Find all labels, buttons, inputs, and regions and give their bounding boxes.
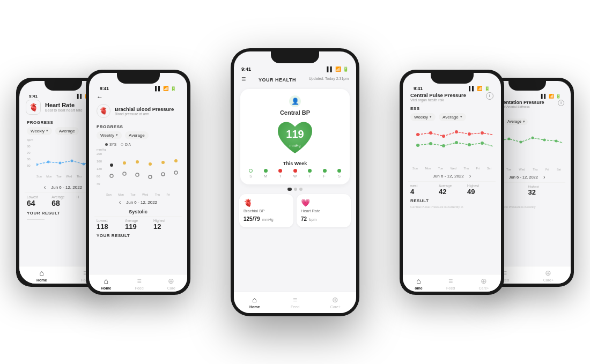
stat-average-left2: Average 68 <box>51 195 74 207</box>
date-range-right2: Jun 6 - 12, 2022 <box>509 175 538 180</box>
date-nav-left1: ‹ Jun 6 - 12, 2022 <box>94 197 182 207</box>
svg-point-18 <box>161 173 165 176</box>
stat-lowest-right1: west 4 <box>410 184 437 196</box>
menu-icon-center[interactable]: ≡ <box>241 75 246 83</box>
svg-point-14 <box>110 174 113 177</box>
svg-point-36 <box>508 137 511 140</box>
nav-home-right1[interactable]: ⌂ ome <box>415 277 422 290</box>
nav-feed-center[interactable]: ≡ Feed <box>291 295 299 309</box>
progress-label-right1: ESS <box>410 106 493 111</box>
stat-highest-left1: Highest 12 <box>153 219 180 231</box>
stat-average-left1: Average 119 <box>125 219 151 231</box>
svg-point-22 <box>429 131 432 135</box>
svg-point-32 <box>468 143 471 146</box>
nav-care-left1[interactable]: ⊕ Care <box>167 277 175 290</box>
svg-point-4 <box>83 162 85 165</box>
date-range-left2: Jun 6 - 12, 2022 <box>51 185 82 190</box>
svg-point-11 <box>161 161 165 164</box>
svg-point-17 <box>149 175 152 179</box>
prev-date-left1[interactable]: ‹ <box>119 199 121 205</box>
weekly-filter-right1[interactable]: Weekly ▾ <box>410 113 436 121</box>
status-time-left1: 9:41 <box>100 86 109 91</box>
bottom-nav-center: ⌂ Home ≡ Feed ⊕ Care+ <box>234 292 356 313</box>
next-date-right1[interactable]: › <box>469 173 471 179</box>
result-label-left1: YOUR RESULT <box>97 233 180 238</box>
svg-point-29 <box>429 142 432 145</box>
svg-point-37 <box>520 140 522 143</box>
heart-rate-subtitle: Beat to beat heart rate <box>45 108 83 112</box>
phone-central-pulse: 9:41 ▌▌ 📶 🔋 Central Pulse Pressure Vital… <box>400 70 504 295</box>
nav-home-left2[interactable]: ⌂ Home <box>36 269 47 282</box>
svg-point-16 <box>136 173 139 176</box>
svg-point-30 <box>442 144 445 147</box>
svg-point-19 <box>174 171 178 174</box>
average-filter-left1[interactable]: Average <box>125 131 149 139</box>
heart-rate-card-unit: bpm <box>309 218 317 221</box>
weekly-filter-left2[interactable]: Weekly ▾ <box>27 127 52 135</box>
info-cards: 🫀 Brachial BP 125/79 mmHg 💗 Heart Rate 7… <box>239 194 351 227</box>
your-health-label: YOUR HEALTH <box>259 77 296 83</box>
nav-care-center[interactable]: ⊕ Care+ <box>330 295 341 309</box>
svg-point-24 <box>455 130 458 133</box>
next-date-right2[interactable]: › <box>543 174 545 180</box>
prev-date-left2[interactable]: ‹ <box>44 184 46 190</box>
nav-care-right1[interactable]: ⊕ Care+ <box>479 277 489 290</box>
status-time-left2: 9:41 <box>29 94 38 99</box>
heart-rate-card[interactable]: 💗 Heart Rate 72 bpm <box>297 194 351 227</box>
svg-point-28 <box>416 144 419 147</box>
this-week-label: This Week <box>246 161 344 166</box>
svg-point-0 <box>36 163 38 166</box>
svg-point-25 <box>468 132 471 136</box>
bp-subtitle-left1: Blood pressure at arm <box>115 112 174 116</box>
svg-point-26 <box>481 131 484 135</box>
brachial-title: Brachial BP <box>244 209 289 213</box>
nav-home-left1[interactable]: ⌂ Home <box>101 277 111 290</box>
svg-point-39 <box>543 138 546 141</box>
info-button-right2[interactable]: i <box>558 100 564 106</box>
bp-title-left1: Brachial Blood Pressure <box>115 106 174 112</box>
svg-point-1 <box>47 160 50 163</box>
phone-center: 9:41 ▌▌ 📶 🔋 ≡ YOUR HEALTH Updated: Today… <box>231 48 359 316</box>
info-button-right1[interactable]: i <box>486 92 493 100</box>
svg-point-7 <box>110 164 113 167</box>
average-filter-right1[interactable]: Average ▾ <box>439 113 466 121</box>
bp-icon-left1: 🫀 <box>97 104 110 118</box>
svg-point-3 <box>71 159 73 162</box>
legend-dia: DIA <box>121 143 131 146</box>
weekly-filter-left1[interactable]: Weekly ▾ <box>97 131 122 139</box>
nav-care-right2[interactable]: ⊕ Care+ <box>543 269 554 282</box>
svg-point-31 <box>455 141 458 144</box>
nav-home-center[interactable]: ⌂ Home <box>249 295 260 309</box>
brachial-unit: mmHg <box>262 218 274 221</box>
person-icon: 👤 <box>289 95 301 107</box>
stat-average-right1: Average 42 <box>439 184 465 196</box>
back-button-left1[interactable]: ← <box>97 93 103 101</box>
central-bp-card: 👤 Central BP <box>240 89 350 184</box>
status-time-right1: 9:41 <box>414 86 423 91</box>
week-days: S M T W <box>248 169 342 178</box>
average-filter-left2[interactable]: Average <box>55 127 79 135</box>
bp-unit: mmHg <box>290 143 301 147</box>
updated-text: Updated: Today 2:31pm <box>309 77 349 80</box>
date-range-right1: Jun 6 - 12, 2022 <box>433 174 464 179</box>
brachial-value: 125/79 <box>244 216 260 222</box>
svg-point-15 <box>123 172 126 175</box>
svg-point-40 <box>555 139 558 142</box>
average-filter-right2[interactable]: Average ▾ <box>505 118 528 125</box>
progress-label-left1: PROGRESS <box>97 124 180 129</box>
bp-value: 119 <box>286 128 304 139</box>
brachial-bp-card[interactable]: 🫀 Brachial BP 125/79 mmHg <box>239 194 293 227</box>
svg-point-23 <box>442 135 445 138</box>
central-bp-title: Central BP <box>246 109 344 116</box>
cp-subtitle: Vital organ health risk <box>410 98 466 102</box>
heart-rate-card-title: Heart Rate <box>301 209 346 213</box>
stat-highest-right1: Highest 49 <box>467 184 493 196</box>
svg-point-9 <box>136 160 139 164</box>
systolic-label: Systolic <box>94 209 182 214</box>
date-range-left1: Jun 6 - 12, 2022 <box>126 200 157 205</box>
nav-feed-left1[interactable]: ≡ Feed <box>135 277 144 290</box>
svg-point-12 <box>174 159 178 162</box>
heart-rate-header-text: Heart Rate Beat to beat heart rate <box>45 102 83 112</box>
nav-feed-right1[interactable]: ≡ Feed <box>446 277 455 290</box>
page-dots <box>239 188 351 191</box>
